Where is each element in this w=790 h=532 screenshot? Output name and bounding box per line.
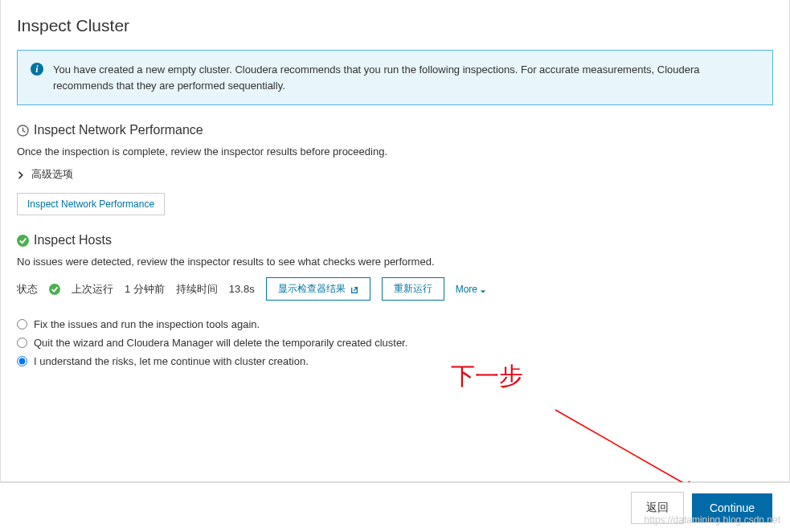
main-content: Inspect Cluster i You have created a new…	[0, 0, 790, 482]
options-radio-group: Fix the issues and run the inspection to…	[17, 318, 773, 367]
banner-text: You have created a new empty cluster. Cl…	[53, 62, 759, 93]
more-label: More	[456, 284, 477, 295]
radio-input[interactable]	[17, 356, 27, 366]
rerun-button[interactable]: 重新运行	[382, 277, 444, 301]
annotation-text: 下一步	[451, 360, 523, 393]
option-fix-issues[interactable]: Fix the issues and run the inspection to…	[17, 318, 773, 330]
network-heading: Inspect Network Performance	[34, 123, 203, 137]
hosts-section-header: Inspect Hosts	[17, 233, 773, 248]
option-label: I understand the risks, let me continue …	[34, 355, 309, 367]
external-link-icon	[350, 285, 358, 293]
more-dropdown[interactable]: More	[456, 284, 486, 295]
watermark: https://datamining.blog.csdn.net	[645, 514, 780, 526]
svg-line-6	[555, 410, 696, 490]
clock-icon	[17, 125, 29, 137]
radio-input[interactable]	[17, 338, 27, 348]
option-label: Quit the wizard and Cloudera Manager wil…	[34, 337, 407, 349]
inspect-network-button[interactable]: Inspect Network Performance	[17, 193, 165, 215]
hosts-description: No issues were detected, review the insp…	[17, 256, 773, 268]
option-quit-wizard[interactable]: Quit the wizard and Cloudera Manager wil…	[17, 337, 773, 349]
duration-label: 持续时间	[176, 282, 218, 297]
status-row: 状态 上次运行 1 分钟前 持续时间 13.8s 显示检查器结果 重新运行 Mo…	[17, 277, 773, 301]
info-banner: i You have created a new empty cluster. …	[17, 50, 773, 105]
advanced-label: 高级选项	[31, 167, 73, 182]
caret-down-icon	[480, 286, 486, 293]
hosts-heading: Inspect Hosts	[34, 233, 112, 248]
option-label: Fix the issues and run the inspection to…	[34, 318, 260, 330]
network-description: Once the inspection is complete, review …	[17, 145, 773, 158]
duration-value: 13.8s	[229, 283, 255, 295]
svg-point-4	[49, 284, 60, 295]
advanced-options-toggle[interactable]: 高级选项	[17, 167, 773, 182]
show-results-button[interactable]: 显示检查器结果	[266, 277, 370, 301]
last-run-label: 上次运行	[72, 282, 113, 297]
option-continue-anyway[interactable]: I understand the risks, let me continue …	[17, 355, 773, 367]
radio-input[interactable]	[17, 319, 27, 329]
status-check-icon	[49, 284, 60, 295]
chevron-right-icon	[17, 170, 27, 179]
show-results-label: 显示检查器结果	[278, 282, 346, 296]
svg-point-3	[17, 235, 29, 247]
last-run-value: 1 分钟前	[125, 282, 165, 297]
status-label: 状态	[17, 282, 38, 297]
page-title: Inspect Cluster	[17, 16, 773, 35]
check-circle-icon	[17, 235, 29, 247]
network-section-header: Inspect Network Performance	[17, 123, 773, 137]
info-icon: i	[31, 63, 43, 76]
